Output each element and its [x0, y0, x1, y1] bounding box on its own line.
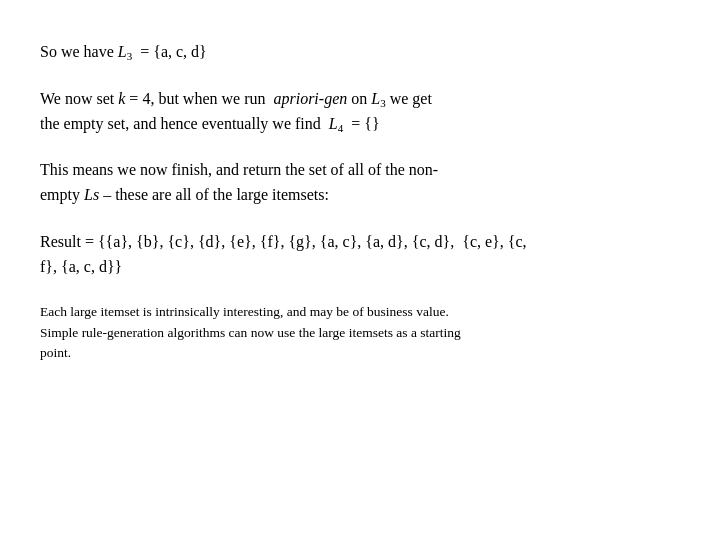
paragraph-2: We now set k = 4, but when we run aprior…	[40, 87, 680, 137]
paragraph-3-text: This means we now finish, and return the…	[40, 158, 680, 208]
paragraph-2-text: We now set k = 4, but when we run aprior…	[40, 87, 680, 137]
paragraph-5: Each large itemset is intrinsically inte…	[40, 302, 680, 365]
slide-content: So we have L3 = {a, c, d} We now set k =…	[0, 0, 720, 426]
paragraph-4: Result = {{a}, {b}, {c}, {d}, {e}, {f}, …	[40, 230, 680, 280]
paragraph-3: This means we now finish, and return the…	[40, 158, 680, 208]
paragraph-1: So we have L3 = {a, c, d}	[40, 40, 680, 65]
paragraph-4-text: Result = {{a}, {b}, {c}, {d}, {e}, {f}, …	[40, 230, 680, 280]
paragraph-1-text: So we have L3 = {a, c, d}	[40, 40, 680, 65]
paragraph-5-text: Each large itemset is intrinsically inte…	[40, 302, 680, 365]
